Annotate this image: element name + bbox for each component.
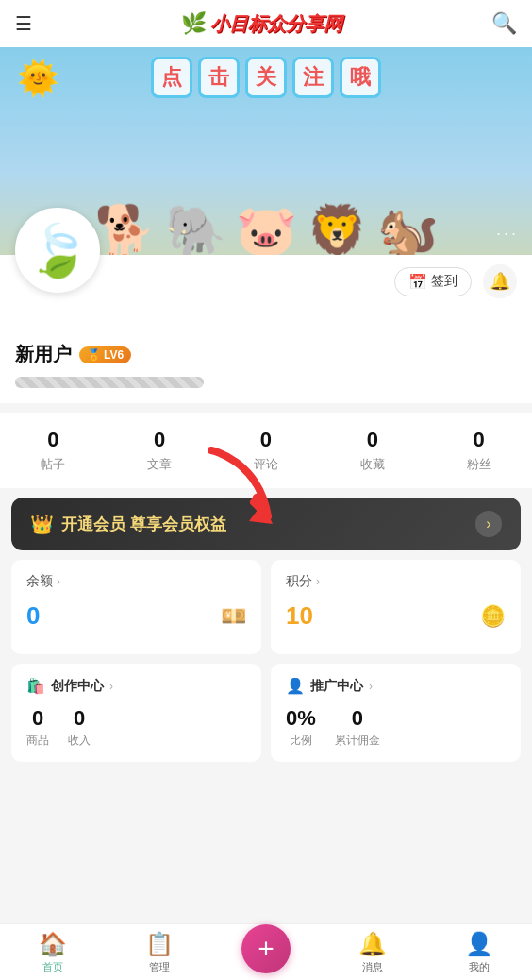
- stat-favorites-num: 0: [367, 428, 378, 452]
- vip-banner[interactable]: 👑 开通会员 尊享会员权益 ›: [11, 498, 521, 550]
- promotion-chevron: ›: [369, 680, 373, 693]
- username-row: 新用户 🏅 LV6: [15, 342, 517, 367]
- balance-points-row: 余额 › 0 💴 积分 › 10 🪙: [11, 560, 521, 654]
- stat-comments-num: 0: [260, 428, 272, 452]
- stat-articles-num: 0: [154, 428, 165, 452]
- stat-posts[interactable]: 0 帖子: [41, 428, 65, 473]
- sign-in-button[interactable]: 📅 签到: [394, 267, 472, 296]
- messages-label: 消息: [362, 960, 383, 974]
- balance-label: 余额: [26, 573, 53, 590]
- animal-lion: 🦁: [307, 206, 368, 255]
- promotion-card[interactable]: 👤 推广中心 › 0% 比例 0 累计佣金: [271, 664, 521, 762]
- creation-stat-income: 0 收入: [68, 706, 91, 749]
- stat-articles[interactable]: 0 文章: [147, 428, 172, 473]
- balance-amount: 0: [26, 601, 40, 631]
- points-label: 积分: [286, 573, 312, 590]
- stat-followers[interactable]: 0 粉丝: [467, 428, 491, 473]
- manage-label: 管理: [149, 960, 170, 974]
- promotion-stats: 0% 比例 0 累计佣金: [286, 706, 506, 749]
- stat-favorites-label: 收藏: [360, 456, 385, 473]
- creation-income-num: 0: [74, 706, 85, 731]
- balance-chevron: ›: [57, 575, 60, 588]
- promotion-icon: 👤: [286, 677, 305, 695]
- animal-pig: 🐷: [236, 206, 297, 255]
- bottom-nav: 🏠 首页 📋 管理 + 🔔 消息 👤 我的: [0, 923, 532, 980]
- sign-3: 关: [245, 57, 287, 98]
- nav-messages[interactable]: 🔔 消息: [319, 931, 425, 974]
- xp-progress-bar: [15, 377, 204, 388]
- level-icon: 🏅: [87, 348, 101, 362]
- creation-stats: 0 商品 0 收入: [26, 706, 246, 749]
- stat-posts-label: 帖子: [41, 456, 65, 473]
- profile-nav-icon: 👤: [465, 931, 493, 957]
- vip-label: 开通会员 尊享会员权益: [61, 514, 226, 535]
- search-icon[interactable]: 🔍: [491, 11, 517, 36]
- stat-followers-num: 0: [473, 428, 484, 452]
- sign-4: 注: [292, 57, 334, 98]
- create-button[interactable]: +: [241, 924, 291, 973]
- stat-comments[interactable]: 0 评论: [254, 428, 278, 473]
- logo-text: 小目标众分享网: [210, 11, 342, 37]
- logo-leaf-icon: 🌿: [181, 11, 207, 36]
- creation-title: 🛍️ 创作中心 ›: [26, 677, 246, 695]
- home-icon: 🏠: [39, 931, 67, 957]
- points-chevron: ›: [316, 575, 320, 588]
- stat-favorites[interactable]: 0 收藏: [360, 428, 385, 473]
- balance-card-header: 余额 ›: [26, 573, 246, 590]
- points-title-group: 积分 ›: [286, 573, 320, 590]
- nav-manage[interactable]: 📋 管理: [107, 931, 213, 974]
- creation-goods-num: 0: [32, 706, 43, 731]
- creation-income-label: 收入: [68, 733, 91, 749]
- sun-icon: 🌞: [17, 59, 59, 98]
- points-card[interactable]: 积分 › 10 🪙: [271, 560, 521, 654]
- nav-profile[interactable]: 👤 我的: [425, 931, 532, 974]
- creation-goods-label: 商品: [26, 733, 49, 749]
- create-icon: +: [258, 933, 274, 965]
- profile-area: 🍃 📅 签到 🔔 新用户 🏅 LV6: [0, 255, 532, 403]
- stat-posts-num: 0: [47, 428, 58, 452]
- stat-followers-label: 粉丝: [467, 456, 491, 473]
- stat-articles-label: 文章: [147, 456, 172, 473]
- promotion-stat-commission: 0 累计佣金: [335, 706, 380, 749]
- level-badge: 🏅 LV6: [79, 346, 131, 363]
- top-nav: ☰ 🌿 小目标众分享网 🔍: [0, 0, 532, 47]
- balance-icon: 💴: [221, 604, 246, 629]
- vip-section: 👑 开通会员 尊享会员权益 ›: [0, 498, 532, 550]
- avatar-icon: 🍃: [26, 225, 90, 276]
- animal-dog: 🐕: [94, 206, 156, 255]
- nav-create[interactable]: +: [213, 932, 320, 973]
- bell-button[interactable]: 🔔: [483, 264, 517, 298]
- promotion-ratio-num: 0%: [286, 706, 316, 731]
- sign-in-label: 签到: [431, 273, 457, 290]
- vip-chevron[interactable]: ›: [475, 511, 502, 537]
- bell-icon: 🔔: [490, 271, 510, 292]
- banner-signs: 点 击 关 注 哦: [151, 57, 381, 98]
- sign-in-icon: 📅: [408, 273, 427, 291]
- sign-2: 击: [198, 57, 240, 98]
- vip-text: 👑 开通会员 尊享会员权益: [30, 513, 226, 535]
- hamburger-icon[interactable]: ☰: [15, 12, 32, 35]
- points-amount: 10: [286, 601, 313, 631]
- balance-title-group: 余额 ›: [26, 573, 60, 590]
- avatar[interactable]: 🍃: [15, 208, 100, 293]
- promotion-label: 推广中心: [310, 678, 363, 695]
- balance-card[interactable]: 余额 › 0 💴: [11, 560, 261, 654]
- points-icon: 🪙: [480, 604, 506, 629]
- sign-1: 点: [151, 57, 192, 98]
- points-card-header: 积分 ›: [286, 573, 506, 590]
- promotion-stat-ratio: 0% 比例: [286, 706, 316, 749]
- creation-card[interactable]: 🛍️ 创作中心 › 0 商品 0 收入: [11, 664, 261, 762]
- home-label: 首页: [42, 960, 63, 974]
- creation-label: 创作中心: [51, 678, 104, 695]
- creation-icon: 🛍️: [26, 677, 45, 695]
- crown-icon: 👑: [30, 513, 54, 535]
- banner-animals: 🐕 🐘 🐷 🦁 🐿️: [94, 206, 439, 255]
- creation-chevron: ›: [109, 680, 113, 693]
- vip-arrow-icon: ›: [486, 515, 490, 532]
- nav-home[interactable]: 🏠 首页: [0, 931, 107, 974]
- level-text: LV6: [104, 348, 124, 362]
- sign-5: 哦: [340, 57, 381, 98]
- promotion-title: 👤 推广中心 ›: [286, 677, 506, 695]
- stat-comments-label: 评论: [254, 456, 278, 473]
- promotion-commission-label: 累计佣金: [335, 733, 380, 749]
